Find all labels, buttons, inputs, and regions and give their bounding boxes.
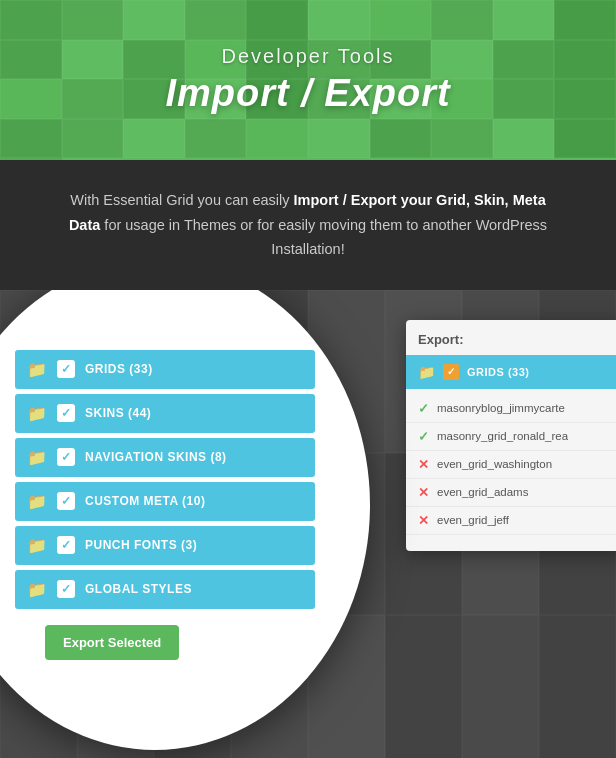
checkbox-punch-fonts[interactable]: ✓ (57, 536, 75, 554)
tick-icon: ✓ (418, 401, 429, 416)
folder-icon: 📁 (27, 360, 47, 379)
checkmark-icon: ✓ (61, 582, 71, 596)
checkbox-right-grids[interactable]: ✓ (443, 364, 459, 380)
item-label-custom-meta: CUSTOM META (10) (85, 494, 205, 508)
sub-item-label: even_grid_washington (437, 458, 552, 470)
list-item: ✕ even_grid_washington (406, 451, 616, 479)
sub-item-label: masonry_grid_ronald_rea (437, 430, 568, 442)
export-list: 📁 ✓ GRIDS (33) 📁 ✓ SKINS (44) 📁 (15, 350, 315, 609)
description-section: With Essential Grid you can easily Impor… (0, 160, 616, 290)
list-item[interactable]: 📁 ✓ SKINS (44) (15, 394, 315, 433)
right-grid-header[interactable]: 📁 ✓ GRIDS (33) (406, 355, 616, 389)
item-label-nav-skins: NAVIGATION SKINS (8) (85, 450, 227, 464)
sub-item-label: even_grid_adams (437, 486, 528, 498)
cross-icon: ✕ (418, 485, 429, 500)
item-label-global-styles: GLOBAL STYLES (85, 582, 192, 596)
checkbox-global-styles[interactable]: ✓ (57, 580, 75, 598)
checkbox-nav-skins[interactable]: ✓ (57, 448, 75, 466)
checkmark-icon: ✓ (61, 494, 71, 508)
sub-list: ✓ masonryblog_jimmycarte ✓ masonry_grid_… (406, 391, 616, 539)
item-label-punch-fonts: PUNCH FONTS (3) (85, 538, 197, 552)
list-item[interactable]: 📁 ✓ NAVIGATION SKINS (8) (15, 438, 315, 477)
list-item[interactable]: 📁 ✓ CUSTOM META (10) (15, 482, 315, 521)
checkbox-skins[interactable]: ✓ (57, 404, 75, 422)
list-item[interactable]: 📁 ✓ GRIDS (33) (15, 350, 315, 389)
circle-inner: 📁 ✓ GRIDS (33) 📁 ✓ SKINS (44) 📁 (0, 330, 325, 680)
item-label-grids: GRIDS (33) (85, 362, 153, 376)
item-label-skins: SKINS (44) (85, 406, 151, 420)
header-section: Developer Tools Import / Export (0, 0, 616, 160)
cross-icon: ✕ (418, 513, 429, 528)
right-panel-label: Export: (406, 332, 616, 355)
header-title: Import / Export (165, 72, 450, 115)
export-selected-button[interactable]: Export Selected (45, 625, 179, 660)
cross-icon: ✕ (418, 457, 429, 472)
list-item[interactable]: 📁 ✓ GLOBAL STYLES (15, 570, 315, 609)
checkmark-icon: ✓ (61, 538, 71, 552)
list-item: ✓ masonryblog_jimmycarte (406, 395, 616, 423)
list-item[interactable]: 📁 ✓ PUNCH FONTS (3) (15, 526, 315, 565)
list-item: ✕ even_grid_adams (406, 479, 616, 507)
right-grids-label: GRIDS (33) (467, 366, 529, 378)
sub-item-label: masonryblog_jimmycarte (437, 402, 565, 414)
checkbox-grids[interactable]: ✓ (57, 360, 75, 378)
folder-icon: 📁 (27, 492, 47, 511)
folder-icon: 📁 (418, 364, 435, 380)
checkmark-icon: ✓ (61, 450, 71, 464)
checkmark-icon: ✓ (61, 406, 71, 420)
folder-icon: 📁 (27, 580, 47, 599)
description-text: With Essential Grid you can easily Impor… (60, 188, 556, 262)
sub-item-label: even_grid_jeff (437, 514, 509, 526)
header-text: Developer Tools Import / Export (165, 45, 450, 115)
checkmark-icon: ✓ (447, 366, 455, 377)
checkbox-custom-meta[interactable]: ✓ (57, 492, 75, 510)
header-subtitle: Developer Tools (165, 45, 450, 68)
folder-icon: 📁 (27, 448, 47, 467)
checkmark-icon: ✓ (61, 362, 71, 376)
folder-icon: 📁 (27, 536, 47, 555)
right-panel: Export: 📁 ✓ GRIDS (33) ✓ masonryblog_jim… (406, 320, 616, 551)
list-item: ✕ even_grid_jeff (406, 507, 616, 535)
tick-icon: ✓ (418, 429, 429, 444)
folder-icon: 📁 (27, 404, 47, 423)
main-content: 📁 ✓ GRIDS (33) 📁 ✓ SKINS (44) 📁 (0, 290, 616, 758)
list-item: ✓ masonry_grid_ronald_rea (406, 423, 616, 451)
